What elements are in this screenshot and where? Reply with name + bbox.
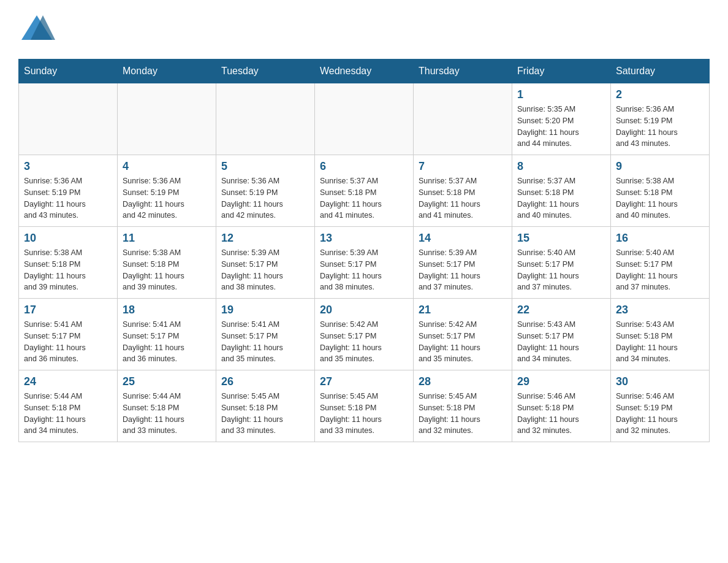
day-info: Sunrise: 5:36 AMSunset: 5:19 PMDaylight:… — [616, 104, 704, 150]
day-number: 2 — [616, 88, 704, 101]
calendar-day-cell: 22Sunrise: 5:43 AMSunset: 5:17 PMDayligh… — [512, 299, 611, 370]
calendar-header-row: SundayMondayTuesdayWednesdayThursdayFrid… — [19, 59, 710, 83]
day-info: Sunrise: 5:38 AMSunset: 5:18 PMDaylight:… — [123, 247, 211, 293]
day-number: 16 — [616, 232, 704, 245]
day-info: Sunrise: 5:45 AMSunset: 5:18 PMDaylight:… — [320, 391, 408, 437]
calendar-day-cell: 2Sunrise: 5:36 AMSunset: 5:19 PMDaylight… — [611, 83, 710, 155]
calendar-week-row: 3Sunrise: 5:36 AMSunset: 5:19 PMDaylight… — [19, 155, 710, 227]
calendar-day-cell — [19, 83, 118, 155]
calendar-week-row: 10Sunrise: 5:38 AMSunset: 5:18 PMDayligh… — [19, 227, 710, 299]
calendar-day-header: Thursday — [414, 59, 512, 83]
day-number: 5 — [221, 160, 309, 173]
calendar-table: SundayMondayTuesdayWednesdayThursdayFrid… — [18, 59, 710, 442]
day-info: Sunrise: 5:35 AMSunset: 5:20 PMDaylight:… — [517, 104, 605, 150]
calendar-week-row: 17Sunrise: 5:41 AMSunset: 5:17 PMDayligh… — [19, 299, 710, 370]
day-info: Sunrise: 5:45 AMSunset: 5:18 PMDaylight:… — [419, 391, 507, 437]
calendar-day-cell: 11Sunrise: 5:38 AMSunset: 5:18 PMDayligh… — [118, 227, 216, 299]
day-info: Sunrise: 5:38 AMSunset: 5:18 PMDaylight:… — [616, 175, 704, 221]
day-number: 27 — [320, 375, 408, 388]
day-number: 26 — [221, 375, 309, 388]
day-number: 28 — [419, 375, 507, 388]
day-number: 10 — [24, 232, 112, 245]
day-info: Sunrise: 5:40 AMSunset: 5:17 PMDaylight:… — [616, 247, 704, 293]
day-info: Sunrise: 5:45 AMSunset: 5:18 PMDaylight:… — [221, 391, 309, 437]
calendar-day-cell: 1Sunrise: 5:35 AMSunset: 5:20 PMDaylight… — [512, 83, 611, 155]
day-number: 7 — [419, 160, 507, 173]
day-info: Sunrise: 5:37 AMSunset: 5:18 PMDaylight:… — [517, 175, 605, 221]
calendar-day-header: Tuesday — [216, 59, 315, 83]
calendar-day-cell: 26Sunrise: 5:45 AMSunset: 5:18 PMDayligh… — [216, 370, 315, 442]
calendar-day-cell: 15Sunrise: 5:40 AMSunset: 5:17 PMDayligh… — [512, 227, 611, 299]
day-number: 14 — [419, 232, 507, 245]
page-header — [18, 12, 710, 49]
day-info: Sunrise: 5:39 AMSunset: 5:17 PMDaylight:… — [419, 247, 507, 293]
calendar-day-cell: 21Sunrise: 5:42 AMSunset: 5:17 PMDayligh… — [414, 299, 512, 370]
logo — [18, 12, 56, 49]
calendar-day-cell: 10Sunrise: 5:38 AMSunset: 5:18 PMDayligh… — [19, 227, 118, 299]
day-info: Sunrise: 5:41 AMSunset: 5:17 PMDaylight:… — [123, 319, 211, 365]
day-number: 20 — [320, 304, 408, 316]
day-info: Sunrise: 5:46 AMSunset: 5:18 PMDaylight:… — [517, 391, 605, 437]
day-number: 23 — [616, 304, 704, 316]
day-number: 19 — [221, 304, 309, 316]
calendar-day-cell: 24Sunrise: 5:44 AMSunset: 5:18 PMDayligh… — [19, 370, 118, 442]
calendar-day-cell — [216, 83, 315, 155]
day-info: Sunrise: 5:36 AMSunset: 5:19 PMDaylight:… — [221, 175, 309, 221]
day-number: 18 — [123, 304, 211, 316]
calendar-day-cell — [414, 83, 512, 155]
calendar-week-row: 1Sunrise: 5:35 AMSunset: 5:20 PMDaylight… — [19, 83, 710, 155]
calendar-day-cell: 17Sunrise: 5:41 AMSunset: 5:17 PMDayligh… — [19, 299, 118, 370]
day-number: 6 — [320, 160, 408, 173]
day-info: Sunrise: 5:41 AMSunset: 5:17 PMDaylight:… — [221, 319, 309, 365]
day-number: 17 — [24, 304, 112, 316]
calendar-day-cell: 13Sunrise: 5:39 AMSunset: 5:17 PMDayligh… — [315, 227, 414, 299]
day-number: 29 — [517, 375, 605, 388]
calendar-day-cell: 20Sunrise: 5:42 AMSunset: 5:17 PMDayligh… — [315, 299, 414, 370]
day-number: 9 — [616, 160, 704, 173]
day-number: 22 — [517, 304, 605, 316]
day-info: Sunrise: 5:44 AMSunset: 5:18 PMDaylight:… — [123, 391, 211, 437]
calendar-day-cell: 28Sunrise: 5:45 AMSunset: 5:18 PMDayligh… — [414, 370, 512, 442]
day-info: Sunrise: 5:46 AMSunset: 5:19 PMDaylight:… — [616, 391, 704, 437]
day-number: 3 — [24, 160, 112, 173]
day-number: 15 — [517, 232, 605, 245]
day-number: 24 — [24, 375, 112, 388]
calendar-day-cell: 27Sunrise: 5:45 AMSunset: 5:18 PMDayligh… — [315, 370, 414, 442]
calendar-day-cell: 4Sunrise: 5:36 AMSunset: 5:19 PMDaylight… — [118, 155, 216, 227]
day-info: Sunrise: 5:37 AMSunset: 5:18 PMDaylight:… — [320, 175, 408, 221]
day-number: 25 — [123, 375, 211, 388]
day-number: 12 — [221, 232, 309, 245]
day-info: Sunrise: 5:39 AMSunset: 5:17 PMDaylight:… — [221, 247, 309, 293]
day-info: Sunrise: 5:40 AMSunset: 5:17 PMDaylight:… — [517, 247, 605, 293]
day-info: Sunrise: 5:39 AMSunset: 5:17 PMDaylight:… — [320, 247, 408, 293]
calendar-day-header: Friday — [512, 59, 611, 83]
day-number: 4 — [123, 160, 211, 173]
calendar-day-cell: 14Sunrise: 5:39 AMSunset: 5:17 PMDayligh… — [414, 227, 512, 299]
calendar-day-cell — [315, 83, 414, 155]
calendar-day-header: Monday — [118, 59, 216, 83]
calendar-day-header: Saturday — [611, 59, 710, 83]
day-info: Sunrise: 5:41 AMSunset: 5:17 PMDaylight:… — [24, 319, 112, 365]
day-info: Sunrise: 5:36 AMSunset: 5:19 PMDaylight:… — [24, 175, 112, 221]
calendar-day-cell: 7Sunrise: 5:37 AMSunset: 5:18 PMDaylight… — [414, 155, 512, 227]
calendar-day-cell: 25Sunrise: 5:44 AMSunset: 5:18 PMDayligh… — [118, 370, 216, 442]
logo-icon — [18, 12, 55, 49]
calendar-day-cell: 30Sunrise: 5:46 AMSunset: 5:19 PMDayligh… — [611, 370, 710, 442]
day-number: 13 — [320, 232, 408, 245]
day-number: 8 — [517, 160, 605, 173]
day-info: Sunrise: 5:42 AMSunset: 5:17 PMDaylight:… — [320, 319, 408, 365]
day-info: Sunrise: 5:44 AMSunset: 5:18 PMDaylight:… — [24, 391, 112, 437]
day-info: Sunrise: 5:37 AMSunset: 5:18 PMDaylight:… — [419, 175, 507, 221]
day-number: 30 — [616, 375, 704, 388]
day-number: 11 — [123, 232, 211, 245]
day-number: 1 — [517, 88, 605, 101]
day-info: Sunrise: 5:36 AMSunset: 5:19 PMDaylight:… — [123, 175, 211, 221]
calendar-day-cell: 8Sunrise: 5:37 AMSunset: 5:18 PMDaylight… — [512, 155, 611, 227]
calendar-day-cell: 23Sunrise: 5:43 AMSunset: 5:18 PMDayligh… — [611, 299, 710, 370]
calendar-day-cell — [118, 83, 216, 155]
calendar-day-header: Wednesday — [315, 59, 414, 83]
calendar-day-header: Sunday — [19, 59, 118, 83]
calendar-day-cell: 6Sunrise: 5:37 AMSunset: 5:18 PMDaylight… — [315, 155, 414, 227]
calendar-day-cell: 9Sunrise: 5:38 AMSunset: 5:18 PMDaylight… — [611, 155, 710, 227]
calendar-day-cell: 3Sunrise: 5:36 AMSunset: 5:19 PMDaylight… — [19, 155, 118, 227]
